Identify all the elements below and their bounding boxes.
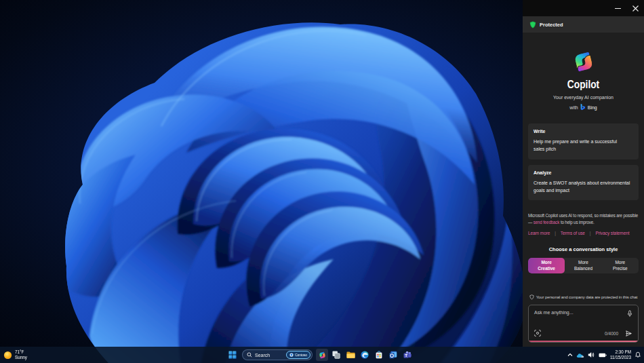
notification-bell-icon[interactable] — [635, 351, 641, 358]
shield-outline-icon — [529, 294, 534, 300]
company-badge-label: Contoso — [295, 354, 307, 357]
search-company-badge[interactable]: Contoso — [286, 351, 310, 359]
weather-text: 71°F Sunny — [15, 349, 27, 361]
segment-line1: More — [615, 259, 625, 265]
copilot-tagline: Your everyday AI companion — [528, 95, 639, 100]
company-logo-icon — [289, 353, 294, 357]
search-label: Search — [255, 353, 283, 358]
card-title: Write — [534, 129, 633, 134]
card-text: Help me prepare and write a successful s… — [534, 138, 627, 153]
clock-date: 11/15/2023 — [610, 355, 631, 361]
minimize-button[interactable] — [609, 0, 626, 16]
windows-logo-icon — [228, 351, 237, 359]
suggestion-card-analyze[interactable]: Analyze Create a SWOT analysis about env… — [528, 165, 639, 201]
privacy-statement-link[interactable]: Privacy statement — [595, 231, 629, 235]
copilot-app-icon — [318, 351, 327, 360]
segment-line2: Balanced — [574, 265, 592, 271]
segment-line2: Precise — [613, 265, 628, 271]
privacy-note: Your personal and company data are prote… — [528, 294, 639, 300]
terms-of-use-link[interactable]: Terms of use — [561, 231, 585, 235]
minimize-icon — [615, 5, 621, 12]
taskbar: 71°F Sunny Search — [0, 347, 644, 363]
clock-time: 2:30 PM — [616, 349, 631, 356]
char-counter: 0/4000 — [605, 331, 618, 336]
chat-input-top-row: Ask me anything... — [534, 310, 632, 318]
send-icon[interactable] — [625, 330, 632, 337]
link-divider: | — [555, 231, 556, 235]
system-tray: 2:30 PM 11/15/2023 — [567, 347, 641, 363]
bing-label: Bing — [588, 105, 597, 110]
search-icon — [247, 352, 252, 358]
style-more-creative[interactable]: More Creative — [528, 258, 565, 273]
learn-more-link[interactable]: Learn more — [528, 231, 550, 235]
store-bag-icon — [375, 351, 383, 359]
edge-logo-icon — [361, 351, 369, 359]
teams-logo-icon — [403, 351, 411, 359]
taskbar-center: Search Contoso — [226, 347, 414, 363]
card-title: Analyze — [534, 170, 633, 175]
chat-input-placeholder: Ask me anything... — [534, 310, 573, 315]
task-view-glyph-icon — [332, 351, 340, 359]
privacy-note-text: Your personal and company data are prote… — [536, 295, 638, 299]
segment-line1: More — [578, 259, 588, 265]
shield-icon — [529, 21, 536, 28]
search-box[interactable]: Search Contoso — [242, 349, 313, 360]
style-more-balanced[interactable]: More Balanced — [565, 258, 601, 273]
taskbar-clock[interactable]: 2:30 PM 11/15/2023 — [610, 349, 631, 361]
battery-icon[interactable] — [599, 353, 607, 358]
copilot-logo-icon — [571, 49, 597, 75]
disclaimer-line1: Microsoft Copilot uses AI to respond, so… — [528, 212, 639, 219]
input-accent-underline — [529, 341, 638, 342]
desktop: Protected Copilot Your everyday AI compa… — [0, 0, 644, 363]
close-button[interactable] — [626, 0, 644, 16]
start-button[interactable] — [226, 349, 239, 361]
with-label: with — [569, 105, 578, 110]
tray-chevron-icon[interactable] — [567, 353, 573, 357]
microphone-icon[interactable] — [627, 310, 632, 318]
edge-icon[interactable] — [359, 349, 371, 361]
file-explorer-icon[interactable] — [344, 349, 357, 361]
copilot-titlebar — [523, 0, 644, 16]
task-view-icon[interactable] — [330, 349, 342, 361]
bing-icon — [580, 104, 586, 111]
copilot-body: Copilot Your everyday AI companion with … — [523, 33, 644, 347]
volume-icon[interactable] — [588, 351, 595, 358]
send-feedback-link[interactable]: send feedback — [534, 220, 560, 225]
weather-condition: Sunny — [15, 355, 27, 361]
ai-disclaimer: Microsoft Copilot uses AI to respond, so… — [528, 212, 639, 226]
store-icon[interactable] — [373, 349, 385, 361]
segment-line1: More — [541, 259, 552, 265]
conversation-style-title: Choose a conversation style — [528, 246, 639, 252]
folder-icon — [346, 351, 355, 359]
copilot-logo — [528, 49, 639, 75]
suggestion-card-write[interactable]: Write Help me prepare and write a succes… — [528, 123, 639, 159]
outlook-icon[interactable] — [387, 349, 399, 361]
visual-search-icon[interactable] — [534, 330, 541, 337]
taskbar-copilot-icon[interactable] — [316, 349, 328, 361]
outlook-logo-icon — [389, 351, 397, 359]
disclaimer-line2-suffix: to help us improve. — [559, 220, 594, 225]
copilot-panel: Protected Copilot Your everyday AI compa… — [523, 0, 644, 347]
chat-input-bottom-row: 0/4000 — [534, 330, 632, 337]
close-icon — [632, 5, 639, 12]
footer-links: Learn more | Terms of use | Privacy stat… — [528, 231, 639, 235]
conversation-style-switcher: More Creative More Balanced More Precise — [528, 258, 639, 273]
protected-label: Protected — [540, 22, 563, 28]
disclaimer-line2: — send feedback to help us improve. — [528, 219, 639, 226]
chat-input[interactable]: Ask me anything... 0/4000 — [528, 305, 639, 343]
protected-bar: Protected — [523, 16, 644, 33]
segment-line2: Creative — [538, 265, 555, 271]
disclaimer-dash: — — [528, 220, 534, 225]
sun-icon — [3, 351, 12, 360]
weather-temp: 71°F — [15, 349, 27, 356]
card-text: Create a SWOT analysis about environment… — [534, 180, 632, 195]
onedrive-status-icon[interactable] — [576, 352, 584, 358]
teams-icon[interactable] — [401, 349, 414, 361]
with-bing-row: with Bing — [528, 104, 639, 111]
weather-widget[interactable]: 71°F Sunny — [3, 347, 27, 363]
link-divider: | — [590, 231, 591, 235]
style-more-precise[interactable]: More Precise — [602, 258, 639, 273]
copilot-title: Copilot — [536, 79, 630, 90]
